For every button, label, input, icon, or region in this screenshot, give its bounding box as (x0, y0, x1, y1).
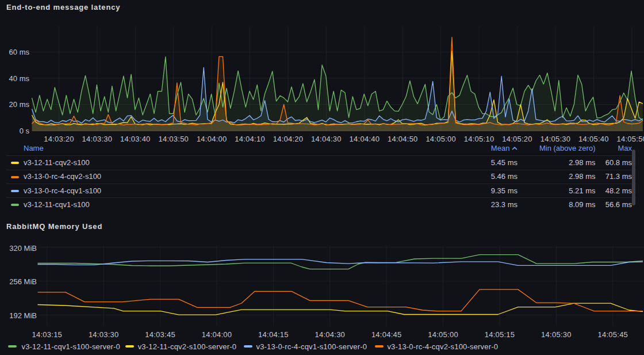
svg-text:14:03:40: 14:03:40 (120, 135, 151, 143)
svg-text:256 MiB: 256 MiB (9, 277, 37, 286)
svg-text:14:04:40: 14:04:40 (350, 135, 380, 143)
svg-text:14:05:30: 14:05:30 (540, 135, 571, 143)
svg-text:0 s: 0 s (20, 127, 30, 135)
svg-text:14:05:15: 14:05:15 (485, 330, 515, 339)
svg-text:14:04:00: 14:04:00 (197, 135, 227, 143)
svg-text:14:03:30: 14:03:30 (89, 330, 119, 339)
svg-text:14:05:45: 14:05:45 (597, 330, 628, 339)
svg-text:14:04:50: 14:04:50 (388, 135, 418, 143)
svg-text:14:04:30: 14:04:30 (315, 330, 345, 339)
svg-text:14:03:50: 14:03:50 (158, 135, 189, 143)
svg-text:14:05:30: 14:05:30 (541, 330, 572, 339)
svg-text:14:03:45: 14:03:45 (145, 330, 175, 339)
svg-text:20 ms: 20 ms (9, 100, 30, 109)
svg-text:14:05:10: 14:05:10 (464, 135, 494, 143)
svg-text:14:04:20: 14:04:20 (273, 135, 304, 143)
svg-text:14:04:45: 14:04:45 (371, 330, 402, 339)
svg-text:14:03:15: 14:03:15 (32, 330, 62, 339)
svg-text:14:05:50: 14:05:50 (616, 135, 644, 143)
svg-text:14:03:30: 14:03:30 (82, 135, 113, 143)
svg-text:14:04:00: 14:04:00 (202, 330, 232, 339)
svg-text:14:05:00: 14:05:00 (425, 135, 456, 143)
svg-text:14:05:00: 14:05:00 (428, 330, 458, 339)
svg-text:320 MiB: 320 MiB (9, 244, 37, 253)
svg-text:14:04:15: 14:04:15 (258, 330, 289, 339)
svg-text:60 ms: 60 ms (9, 48, 30, 56)
svg-text:14:05:40: 14:05:40 (578, 135, 609, 143)
svg-text:192 MiB: 192 MiB (9, 311, 37, 320)
svg-text:40 ms: 40 ms (9, 74, 30, 83)
svg-text:14:04:10: 14:04:10 (235, 135, 265, 143)
svg-text:14:05:20: 14:05:20 (502, 135, 532, 143)
svg-text:14:04:30: 14:04:30 (311, 135, 342, 143)
svg-text:14:03:20: 14:03:20 (44, 135, 74, 143)
